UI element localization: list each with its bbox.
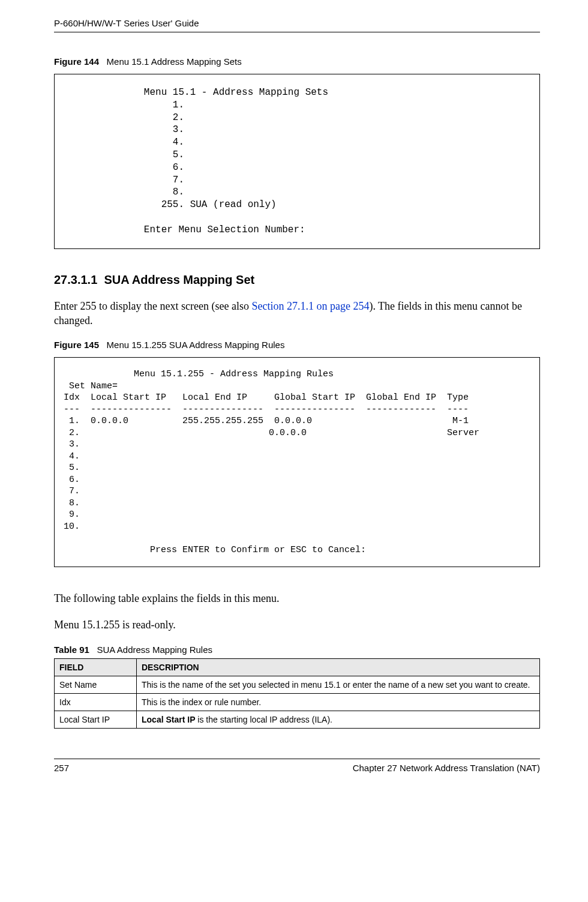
cell-field: Idx — [55, 693, 137, 711]
cell-desc: This is the index or rule number. — [137, 693, 540, 711]
chapter-label: Chapter 27 Network Address Translation (… — [353, 763, 540, 773]
figure-145-title: Menu 15.1.255 SUA Address Mapping Rules — [107, 340, 285, 350]
table-header-row: FIELD DESCRIPTION — [55, 658, 540, 676]
figure-145-label: Figure 145 — [54, 340, 99, 350]
figure-144-caption: Figure 144 Menu 15.1 Address Mapping Set… — [54, 56, 540, 67]
running-header: P-660H/HW/W-T Series User' Guide — [54, 18, 540, 32]
table-row: Set Name This is the name of the set you… — [55, 676, 540, 693]
figure-144-title: Menu 15.1 Address Mapping Sets — [107, 56, 242, 67]
cell-desc-rest: is the starting local IP address (ILA). — [195, 715, 332, 724]
page-number: 257 — [54, 763, 69, 773]
section-paragraph: Enter 255 to display the next screen (se… — [54, 299, 540, 328]
cell-field: Local Start IP — [55, 711, 137, 728]
col-field-header: FIELD — [55, 658, 137, 676]
figure-144-code: Menu 15.1 - Address Mapping Sets 1. 2. 3… — [54, 74, 540, 249]
section-para-xref: Section 27.1.1 on page 254 — [251, 300, 369, 312]
after-code-p1: The following table explains the fields … — [54, 591, 540, 606]
page-footer: 257 Chapter 27 Network Address Translati… — [54, 759, 540, 773]
col-desc-header: DESCRIPTION — [137, 658, 540, 676]
table-91-label: Table 91 — [54, 645, 89, 655]
figure-145-caption: Figure 145 Menu 15.1.255 SUA Address Map… — [54, 340, 540, 350]
section-para-prefix: Enter 255 to display the next screen (se… — [54, 300, 251, 312]
cell-desc: This is the name of the set you selected… — [137, 676, 540, 693]
table-91-title: SUA Address Mapping Rules — [97, 645, 212, 655]
section-number: 27.3.1.1 — [54, 273, 97, 286]
page-container: P-660H/HW/W-T Series User' Guide Figure … — [0, 0, 588, 803]
cell-desc: Local Start IP is the starting local IP … — [137, 711, 540, 728]
cell-field: Set Name — [55, 676, 137, 693]
figure-145-code: Menu 15.1.255 - Address Mapping Rules Se… — [54, 357, 540, 567]
section-title: SUA Address Mapping Set — [104, 273, 254, 286]
after-code-p2: Menu 15.1.255 is read-only. — [54, 618, 540, 632]
section-heading: 27.3.1.1 SUA Address Mapping Set — [54, 273, 540, 287]
figure-144-label: Figure 144 — [54, 56, 99, 67]
table-row: Local Start IP Local Start IP is the sta… — [55, 711, 540, 728]
table-91-caption: Table 91 SUA Address Mapping Rules — [54, 645, 540, 655]
table-row: Idx This is the index or rule number. — [55, 693, 540, 711]
cell-desc-bold: Local Start IP — [142, 715, 195, 724]
table-91: FIELD DESCRIPTION Set Name This is the n… — [54, 658, 540, 729]
